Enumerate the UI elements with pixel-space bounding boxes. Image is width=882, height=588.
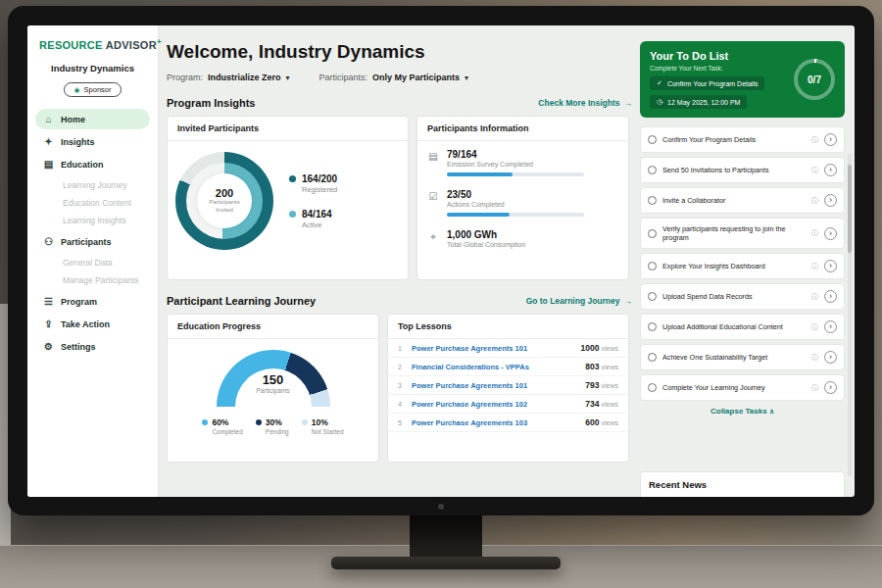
chevron-right-button[interactable]: ›	[824, 290, 837, 303]
legend-dot	[289, 211, 296, 218]
legend-label: Pending	[266, 428, 289, 435]
sidebar-item[interactable]: ▤ Education	[35, 154, 150, 174]
sidebar-item[interactable]: ☰ Program	[35, 291, 150, 312]
lesson-views-count: 793	[585, 380, 599, 390]
card-title: Top Lessons	[388, 315, 628, 339]
legend-item: 84/164 Active	[289, 209, 337, 229]
chevron-right-button[interactable]: ›	[824, 194, 837, 207]
sidebar-item-label: Take Action	[61, 319, 110, 329]
chevron-right-button[interactable]: ›	[824, 320, 837, 333]
legend-label: Completed	[212, 428, 242, 435]
info-row-value: 1,000 GWh	[447, 229, 525, 240]
lesson-views-label: views	[601, 345, 618, 352]
sidebar-item[interactable]: Manage Participants	[35, 271, 150, 289]
todo-panel: Your To Do List Complete Your Next Task:…	[638, 25, 855, 497]
task-row[interactable]: Explore Your Insights Dashboard ⓘ ›	[640, 253, 845, 279]
sidebar-item[interactable]: General Data	[35, 254, 150, 271]
info-rows: ▤ 79/164 Emission Survey Completed	[417, 141, 628, 253]
lesson-link[interactable]: Power Purchase Agreements 103	[412, 418, 579, 427]
sidebar-item-label: Learning Journey	[63, 180, 127, 190]
sidebar-item[interactable]: ⌂ Home	[35, 109, 150, 129]
main-content: Welcome, Industry Dynamics Program: Indu…	[159, 25, 638, 497]
chevron-down-icon: ▾	[465, 74, 468, 82]
task-row[interactable]: Confirm Your Program Details ⓘ ›	[640, 126, 845, 153]
task-checkbox[interactable]	[648, 229, 657, 238]
lesson-link[interactable]: Power Purchase Agreements 102	[412, 400, 579, 409]
scrollbar[interactable]	[848, 153, 852, 476]
sidebar-item[interactable]: ⇪ Take Action	[35, 314, 150, 334]
task-checkbox[interactable]	[648, 353, 657, 362]
legend-dot	[202, 419, 208, 425]
task-checkbox[interactable]	[648, 196, 657, 205]
next-task-pill[interactable]: ✓Confirm Your Program Details	[650, 76, 764, 90]
sidebar-item[interactable]: ⚇ Participants	[35, 231, 150, 252]
legend-dot	[256, 419, 262, 425]
task-checkbox[interactable]	[648, 135, 657, 144]
recent-news-header[interactable]: Recent News	[640, 471, 845, 497]
gauge-legend: 60% Completed 30% Pending	[168, 417, 378, 435]
sidebar-item[interactable]: Learning Journey	[35, 176, 150, 194]
filter-value: Industrialize Zero	[208, 73, 281, 82]
sidebar-item-label: Settings	[61, 342, 96, 352]
collapse-tasks-link[interactable]: Collapse Tasks ∧	[640, 407, 845, 416]
lesson-link[interactable]: Power Purchase Agreements 101	[412, 344, 575, 353]
invited-card-body: 200 Participants Invited 164/200	[168, 141, 408, 261]
task-row[interactable]: Complete Your Learning Journey ⓘ ›	[640, 374, 845, 401]
sidebar-item-label: Manage Participants	[63, 275, 139, 285]
info-row: ☑ 23/50 Actions Completed	[417, 181, 628, 221]
lesson-link[interactable]: Financial Considerations - VPPAs	[412, 363, 579, 371]
chevron-right-button[interactable]: ›	[824, 381, 837, 394]
chevron-right-button[interactable]: ›	[824, 164, 837, 176]
task-checkbox[interactable]	[648, 262, 657, 270]
sidebar-item[interactable]: ⚙ Settings	[35, 336, 150, 357]
sidebar-item[interactable]: ✦ Insights	[35, 131, 150, 152]
lesson-views: 734views	[585, 399, 618, 409]
task-row[interactable]: Achieve One Sustainability Target ⓘ ›	[640, 344, 845, 370]
scrollbar-thumb[interactable]	[848, 165, 852, 253]
task-row[interactable]: Verify participants requesting to join t…	[640, 218, 845, 249]
chevron-right-button[interactable]: ›	[824, 260, 837, 272]
legend-dot	[302, 419, 308, 425]
org-name: Industry Dynamics	[27, 63, 158, 74]
sidebar-item-label: Education	[61, 160, 104, 170]
lesson-views: 803views	[585, 362, 618, 371]
sidebar-item[interactable]: Education Content	[35, 194, 150, 212]
info-row-icon: ▤	[427, 151, 439, 176]
logo-resource: RESOURCE	[39, 39, 103, 51]
task-label: Confirm Your Program Details	[662, 135, 806, 144]
next-task-due: 12 May 2025, 12:00 PM	[667, 99, 740, 106]
task-checkbox[interactable]	[648, 383, 657, 392]
participants-information-card: Participants Information ▤ 79/164 Emissi…	[416, 116, 629, 280]
filter-dropdown[interactable]: Program: Industrialize Zero ▾	[167, 73, 290, 82]
clock-icon: ◷	[657, 98, 662, 106]
todo-title: Your To Do List	[650, 50, 786, 62]
legend-item: 164/200 Registered	[289, 173, 337, 194]
go-to-learning-journey-link[interactable]: Go to Learning Journey→	[526, 296, 632, 306]
check-more-insights-link[interactable]: Check More Insights→	[538, 98, 632, 108]
donut-center: 200 Participants Invited	[197, 173, 252, 228]
task-checkbox[interactable]	[648, 292, 657, 301]
progress-bar-fill	[447, 172, 513, 176]
info-row-icon: ⌖	[427, 231, 439, 248]
sidebar-item-label: Home	[61, 115, 85, 124]
lesson-views-count: 734	[585, 399, 599, 409]
legend-item: 60% Completed	[202, 417, 242, 435]
task-checkbox[interactable]	[648, 166, 657, 174]
chevron-down-icon: ▾	[286, 74, 290, 82]
recent-news-title: Recent News	[649, 479, 707, 490]
chevron-right-button[interactable]: ›	[824, 133, 837, 146]
donut-center-value: 200	[216, 187, 233, 199]
lesson-link[interactable]: Power Purchase Agreements 101	[412, 381, 579, 390]
sponsor-icon: ◉	[74, 86, 79, 94]
chevron-right-button[interactable]: ›	[824, 351, 837, 364]
link-text: Go to Learning Journey	[526, 296, 620, 306]
filter-dropdown[interactable]: Participants: Only My Participants ▾	[319, 73, 469, 82]
next-task-due-pill: ◷12 May 2025, 12:00 PM	[650, 95, 747, 109]
task-checkbox[interactable]	[648, 322, 657, 331]
task-row[interactable]: Upload Spend Data Records ⓘ ›	[640, 283, 845, 310]
task-row[interactable]: Invite a Collaborator ⓘ ›	[640, 187, 845, 214]
task-row[interactable]: Send 50 Invitations to Participants ⓘ ›	[640, 157, 845, 183]
task-row[interactable]: Upload Additional Educational Content ⓘ …	[640, 314, 845, 340]
sidebar-item[interactable]: Learning Insights	[35, 212, 150, 229]
chevron-right-button[interactable]: ›	[824, 227, 837, 240]
